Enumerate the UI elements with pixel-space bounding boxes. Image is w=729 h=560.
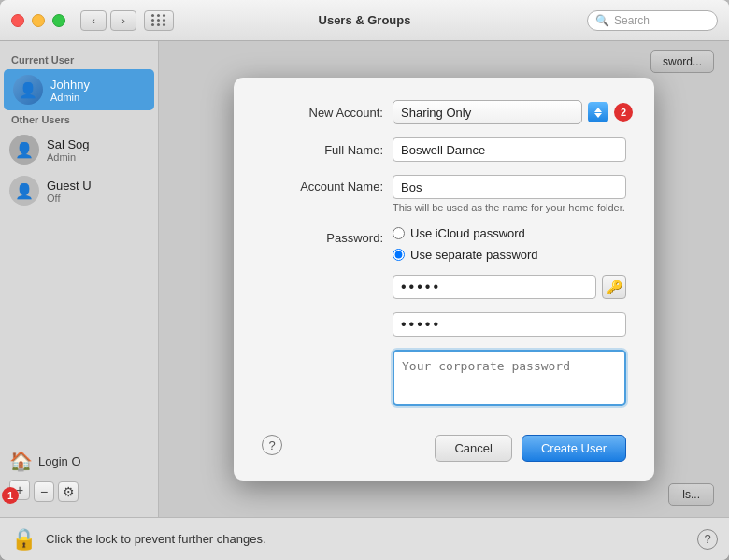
password-field-control: 🔑 bbox=[393, 275, 626, 299]
forward-icon: › bbox=[122, 15, 125, 26]
account-name-hint: This will be used as the name for your h… bbox=[393, 202, 626, 213]
password-control: Use iCloud password Use separate passwor… bbox=[393, 226, 626, 262]
cancel-button[interactable]: Cancel bbox=[435, 435, 511, 462]
use-separate-option[interactable]: Use separate password bbox=[393, 248, 626, 262]
maximize-button[interactable] bbox=[52, 14, 65, 27]
new-account-label: New Account: bbox=[262, 106, 383, 120]
traffic-lights bbox=[11, 14, 65, 27]
use-separate-label: Use separate password bbox=[410, 248, 538, 262]
password-radio-group: Use iCloud password Use separate passwor… bbox=[393, 226, 626, 262]
avatar-johhny: 👤 bbox=[13, 75, 43, 105]
create-user-modal: New Account: Sharing Only Administrator … bbox=[234, 78, 654, 481]
remove-user-button[interactable]: − bbox=[34, 481, 54, 502]
search-box[interactable]: 🔍 Search bbox=[587, 10, 718, 31]
help-icon: ? bbox=[704, 532, 710, 546]
item-text-guest: Guest U Off bbox=[47, 179, 92, 204]
badge-2: 2 bbox=[614, 103, 633, 122]
use-separate-radio[interactable] bbox=[393, 249, 405, 261]
bottom-bar: 🔒 Click the lock to prevent further chan… bbox=[0, 517, 729, 560]
home-icon: 🏠 bbox=[9, 450, 33, 472]
login-items-label: Login O bbox=[38, 454, 81, 468]
password-input-row: 🔑 bbox=[262, 275, 626, 299]
other-users-label: Other Users bbox=[0, 110, 158, 129]
full-name-label: Full Name: bbox=[262, 143, 383, 157]
key-button[interactable]: 🔑 bbox=[602, 275, 626, 299]
use-icloud-option[interactable]: Use iCloud password bbox=[393, 226, 626, 240]
avatar-sal: 👤 bbox=[9, 135, 39, 165]
main-content: Current User 👤 Johhny Admin Other Users … bbox=[0, 41, 729, 517]
verify-password-row bbox=[262, 312, 626, 337]
key-icon: 🔑 bbox=[607, 280, 622, 294]
verify-field-control bbox=[393, 312, 626, 337]
bottom-toolbar: + 1 − ⚙ bbox=[9, 476, 149, 508]
account-name-label: Account Name: bbox=[262, 179, 383, 194]
account-name-input[interactable] bbox=[393, 175, 626, 199]
login-items-row[interactable]: 🏠 Login O bbox=[9, 446, 149, 476]
modal-buttons: ? Cancel Create User bbox=[262, 425, 626, 462]
password-row: Password: Use iCloud password Use separa… bbox=[262, 226, 626, 262]
verify-password-field[interactable] bbox=[393, 312, 626, 337]
badge-1: 1 bbox=[2, 487, 19, 504]
hint-row bbox=[262, 350, 626, 409]
sidebar-item-johhny[interactable]: 👤 Johhny Admin bbox=[4, 69, 154, 110]
account-name-row: Account Name: This will be used as the n… bbox=[262, 175, 626, 213]
back-button[interactable]: ‹ bbox=[80, 10, 107, 31]
account-name-control: This will be used as the name for your h… bbox=[393, 175, 626, 213]
bottom-bar-text: Click the lock to prevent further change… bbox=[46, 532, 266, 546]
item-text-sal: Sal Sog Admin bbox=[47, 137, 90, 163]
grid-icon bbox=[151, 14, 166, 26]
right-panel: sword... ls... New Account: Sharing Only… bbox=[159, 41, 729, 517]
password-label: Password: bbox=[262, 231, 383, 245]
user-role-johhny: Admin bbox=[50, 92, 90, 103]
user-name-guest: Guest U bbox=[47, 179, 92, 193]
password-hint-input[interactable] bbox=[393, 350, 626, 406]
user-name-johhny: Johhny bbox=[50, 78, 90, 92]
use-icloud-label: Use iCloud password bbox=[410, 226, 525, 240]
full-name-control bbox=[393, 137, 626, 162]
nav-buttons: ‹ › bbox=[80, 10, 136, 31]
sidebar: Current User 👤 Johhny Admin Other Users … bbox=[0, 41, 159, 517]
modal-overlay: New Account: Sharing Only Administrator … bbox=[159, 41, 729, 517]
sidebar-item-guest[interactable]: 👤 Guest U Off bbox=[0, 170, 158, 211]
full-name-input[interactable] bbox=[393, 137, 626, 162]
user-role-sal: Admin bbox=[47, 151, 90, 163]
settings-button[interactable]: ⚙ bbox=[58, 481, 79, 502]
search-placeholder: Search bbox=[614, 14, 650, 27]
hint-control bbox=[393, 350, 626, 409]
grid-view-button[interactable] bbox=[144, 10, 174, 31]
help-button[interactable]: ? bbox=[697, 529, 718, 550]
back-icon: ‹ bbox=[92, 15, 95, 26]
lock-icon[interactable]: 🔒 bbox=[11, 527, 36, 552]
current-user-label: Current User bbox=[0, 50, 158, 69]
avatar-guest: 👤 bbox=[9, 176, 39, 206]
select-arrow-icon bbox=[588, 102, 608, 122]
main-window: ‹ › Users & Groups 🔍 Search Current User bbox=[0, 0, 729, 560]
password-field[interactable] bbox=[393, 275, 596, 299]
new-account-control: Sharing Only Administrator Standard Mana… bbox=[393, 100, 633, 124]
sidebar-item-sal[interactable]: 👤 Sal Sog Admin bbox=[0, 129, 158, 170]
item-text-johhny: Johhny Admin bbox=[50, 78, 90, 103]
minimize-button[interactable] bbox=[32, 14, 45, 27]
forward-button[interactable]: › bbox=[110, 10, 136, 31]
sidebar-bottom: 🏠 Login O + 1 − ⚙ bbox=[0, 438, 158, 517]
user-name-sal: Sal Sog bbox=[47, 137, 90, 151]
password-field-row: 🔑 bbox=[393, 275, 626, 299]
modal-help-button[interactable]: ? bbox=[262, 435, 282, 455]
create-user-button[interactable]: Create User bbox=[522, 435, 626, 462]
full-name-row: Full Name: bbox=[262, 137, 626, 162]
new-account-select[interactable]: Sharing Only Administrator Standard Mana… bbox=[393, 100, 582, 124]
titlebar: ‹ › Users & Groups 🔍 Search bbox=[0, 0, 729, 41]
new-account-row: New Account: Sharing Only Administrator … bbox=[262, 100, 626, 124]
use-icloud-radio[interactable] bbox=[393, 227, 405, 239]
close-button[interactable] bbox=[11, 14, 24, 27]
window-title: Users & Groups bbox=[319, 13, 411, 27]
user-role-guest: Off bbox=[47, 193, 92, 204]
search-icon: 🔍 bbox=[595, 14, 609, 27]
